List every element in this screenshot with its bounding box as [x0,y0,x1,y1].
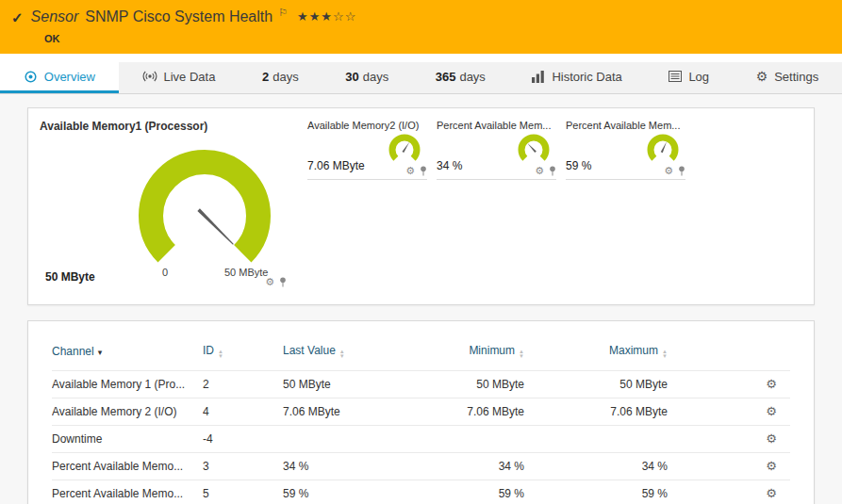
tab-number: 2 [262,70,269,84]
tab-historic-data[interactable]: Historic Data [509,62,646,93]
table-row: Percent Available Memo... 5 59 % 59 % 59… [52,480,790,504]
sort-icon: ▲▼ [339,350,345,359]
content-area: Available Memory1 (Processor) 50 MByte 0… [0,94,842,504]
small-gauges: Available Memory2 (I/O) 7.06 MByte ⚙ [307,120,695,293]
cell-channel: Available Memory 2 (I/O) [52,398,203,426]
cell-last-value: 59 % [283,480,415,504]
tab-unit: days [459,70,485,84]
primary-gauge [129,144,280,278]
col-header-settings [671,340,790,371]
cell-maximum: 34 % [528,453,671,480]
sensor-header: ✓ Sensor SNMP Cisco System Health ⚐ ★★★☆… [0,0,842,54]
gauge-value: 50 MByte [45,270,95,284]
pin-icon[interactable] [420,166,427,176]
small-gauge [382,131,427,166]
small-gauge [640,131,685,166]
tab-settings[interactable]: ⚙ Settings [733,62,842,93]
pin-icon[interactable] [549,166,556,176]
stars-filled: ★★★ [297,9,333,24]
tab-label: Settings [774,70,818,84]
tab-number: 30 [345,70,358,84]
bar-chart-icon [532,71,545,83]
gauge-value: 34 % [437,159,462,172]
small-gauge-tile: Available Memory2 (I/O) 7.06 MByte ⚙ [307,120,437,180]
table-row: Available Memory 2 (I/O) 4 7.06 MByte 7.… [52,398,790,426]
cell-minimum [415,426,528,453]
tab-label: Log [688,70,709,84]
channels-panel: Channel▾ ID▲▼ Last Value▲▼ Minimum▲▼ Max… [27,320,815,504]
tab-label: Live Data [164,70,216,84]
col-header-last-value[interactable]: Last Value▲▼ [283,340,415,371]
cell-channel: Percent Available Memo... [52,480,203,504]
channels-table: Channel▾ ID▲▼ Last Value▲▼ Minimum▲▼ Max… [52,340,790,504]
cell-maximum [528,426,671,453]
cell-last-value: 34 % [283,453,415,480]
gear-icon[interactable]: ⚙ [265,277,274,287]
tab-log[interactable]: Log [646,62,733,93]
gauge-value: 7.06 MByte [307,159,365,172]
sort-icon: ▲▼ [218,350,223,359]
tab-label: Historic Data [552,70,621,84]
gauge-value: 59 % [566,159,591,172]
col-header-id[interactable]: ID▲▼ [203,340,283,371]
cell-id: -4 [203,426,283,453]
cell-id: 3 [203,453,283,480]
gauge-title: Percent Available Mem... [437,120,556,131]
cell-id: 4 [203,398,283,426]
table-row: Percent Available Memo... 3 34 % 34 % 34… [52,453,790,480]
channel-settings-icon[interactable]: ⚙ [766,377,777,391]
sort-desc-icon: ▾ [98,348,103,357]
cell-id: 5 [203,480,283,504]
cell-minimum: 50 MByte [415,371,528,398]
cell-last-value: 50 MByte [283,371,415,398]
cell-channel: Percent Available Memo... [52,453,203,480]
tab-bar: Overview Live Data 2days 30days 365days … [0,62,842,94]
col-header-maximum[interactable]: Maximum▲▼ [528,340,671,371]
target-icon [24,70,38,84]
col-header-channel[interactable]: Channel▾ [52,340,203,371]
cell-last-value: 7.06 MByte [283,398,415,426]
flag-icon[interactable]: ⚐ [278,7,288,19]
tab-live-data[interactable]: Live Data [119,62,239,93]
channel-settings-icon[interactable]: ⚙ [766,459,777,473]
cell-minimum: 59 % [415,480,528,504]
tab-2-days[interactable]: 2days [239,62,322,93]
sort-icon: ▲▼ [662,350,668,359]
tab-30-days[interactable]: 30days [322,62,411,93]
cell-channel: Downtime [52,426,203,453]
channel-settings-icon[interactable]: ⚙ [766,486,777,500]
gauge-title: Available Memory2 (I/O) [307,120,427,131]
pin-icon[interactable] [279,277,287,287]
gauge-scale-min: 0 [162,267,168,278]
stars-empty: ☆☆ [333,9,356,24]
gear-icon[interactable]: ⚙ [535,166,544,176]
gear-icon[interactable]: ⚙ [405,166,415,176]
col-header-minimum[interactable]: Minimum▲▼ [415,340,528,371]
gauge-title: Available Memory1 (Processor) [40,120,296,133]
cell-maximum: 7.06 MByte [528,398,671,426]
cell-last-value [283,426,415,453]
broadcast-icon [142,70,157,83]
tab-number: 365 [436,70,456,84]
channel-settings-icon[interactable]: ⚙ [766,431,777,446]
cell-minimum: 7.06 MByte [415,398,528,426]
priority-rating[interactable]: ★★★☆☆ [297,9,356,24]
pin-icon[interactable] [678,166,685,176]
gauge-scale-max: 50 MByte [224,267,268,278]
gear-icon[interactable]: ⚙ [664,166,673,176]
channel-settings-icon[interactable]: ⚙ [766,404,777,418]
cell-id: 2 [203,371,283,398]
tab-365-days[interactable]: 365days [412,62,509,93]
cell-minimum: 34 % [415,453,528,480]
status-badge: OK [44,33,833,44]
status-check-icon: ✓ [11,9,24,26]
log-icon [669,71,682,82]
small-gauge-tile: Percent Available Mem... 59 % ⚙ [566,120,695,180]
table-header-row: Channel▾ ID▲▼ Last Value▲▼ Minimum▲▼ Max… [52,340,790,371]
cell-maximum: 50 MByte [528,371,671,398]
page-title: SNMP Cisco System Health [85,8,272,25]
sort-icon: ▲▼ [519,350,524,359]
cell-channel: Available Memory 1 (Pro... [52,371,203,398]
tab-overview[interactable]: Overview [0,62,119,93]
tab-unit: days [272,70,298,84]
